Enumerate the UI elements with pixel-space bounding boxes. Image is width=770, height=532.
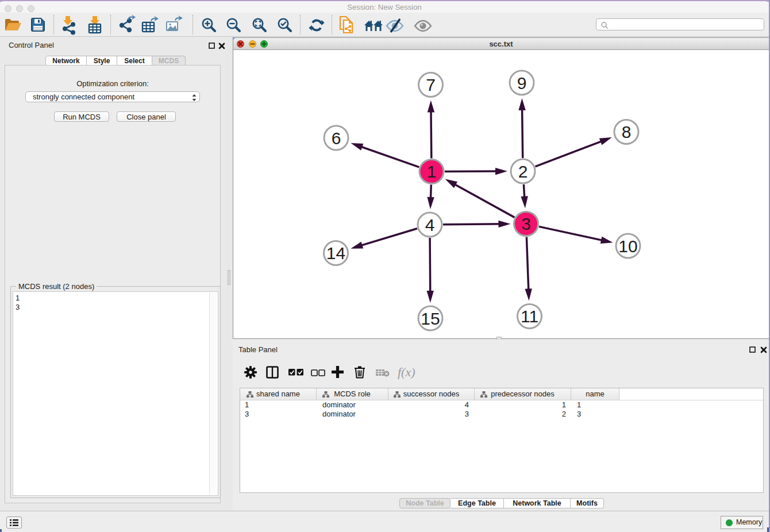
svg-text:8: 8 bbox=[622, 122, 632, 141]
svg-text:6: 6 bbox=[332, 129, 341, 148]
svg-text:10: 10 bbox=[618, 237, 637, 256]
svg-text:7: 7 bbox=[426, 75, 436, 94]
svg-text:15: 15 bbox=[421, 309, 440, 328]
svg-text:9: 9 bbox=[517, 74, 527, 92]
svg-text:1: 1 bbox=[427, 162, 437, 181]
svg-text:4: 4 bbox=[425, 215, 435, 234]
svg-text:11: 11 bbox=[521, 307, 538, 326]
svg-text:3: 3 bbox=[521, 214, 531, 233]
svg-text:14: 14 bbox=[326, 244, 345, 263]
svg-text:2: 2 bbox=[518, 162, 528, 181]
